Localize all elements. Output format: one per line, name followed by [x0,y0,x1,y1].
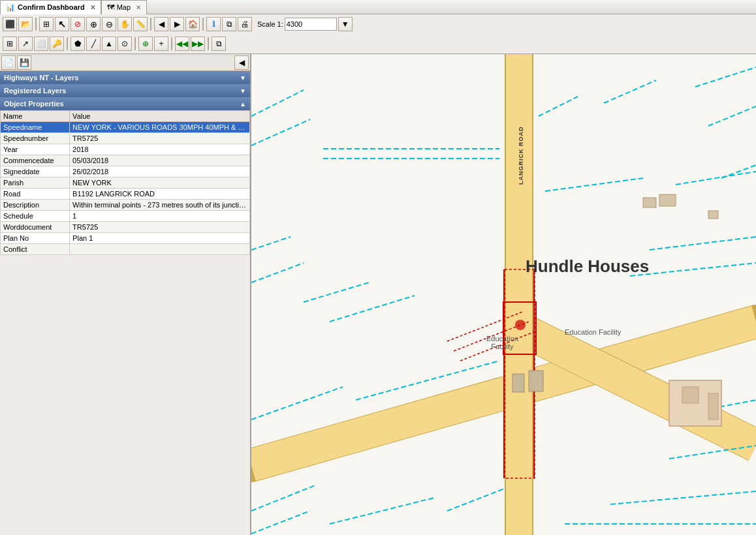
prop-name: Road [1,189,70,200]
map-tab-label: Map [117,3,131,11]
prop-value: B1192 LANGRICK ROAD [70,189,250,200]
prop-value: 2018 [70,144,250,155]
col-header-value: Value [70,111,250,122]
identify-btn[interactable]: 🔑 [50,37,64,51]
object-properties-header[interactable]: Object Properties ▲ [0,97,250,110]
map-svg: LANGRICK ROAD [251,54,756,535]
prop-name: Conflict [1,244,70,255]
registered-layers-collapse[interactable]: ▼ [240,87,246,95]
sep-6 [171,37,172,50]
table-row[interactable]: SpeednameNEW YORK - VARIOUS ROADS 30MPH … [1,122,250,133]
toolbar-container: ⬛ 📂 ⊞ ↖ ⊘ ⊕ ⊖ ✋ 📏 ◀ ▶ 🏠 ℹ ⧉ 🖨 Scale 1: ▼… [0,14,756,54]
table-row[interactable]: ParishNEW YORK [1,177,250,189]
pan-btn[interactable]: ✋ [118,17,132,31]
zoom-in-btn[interactable]: ⊕ [86,17,101,31]
prop-value: TR5725 [70,222,250,233]
scale-label: Scale 1: [257,20,283,28]
main-layout: 📄 💾 ◀ Highways NT - Layers ▼ Registered … [0,54,756,535]
prop-value [70,244,250,255]
prop-name: Schedule [1,211,70,222]
svg-rect-20 [503,269,505,478]
confirm-dashboard-label: Confirm Dashboard [18,3,85,11]
map-close[interactable]: ✕ [136,4,141,11]
col-header-name: Name [1,111,70,122]
prop-value: TR5725 [70,133,250,144]
prop-name: Commencedate [1,155,70,166]
table-row[interactable]: Schedule1 [1,211,250,222]
table-row[interactable]: RoadB1192 LANGRICK ROAD [1,189,250,200]
sep-1 [35,18,37,31]
tb-open-btn[interactable]: 📂 [18,17,33,31]
toolbar-row-2: ⊞ ↗ ⬜ 🔑 ⬟ ╱ ▲ ⊙ ⊕ + ◀◀ ▶▶ ⧉ [0,34,756,54]
layer-select-btn[interactable]: ⊞ [3,37,17,51]
prop-name: Plan No [1,233,70,244]
scale-dropdown-btn[interactable]: ▼ [338,17,353,31]
table-row[interactable]: DescriptionWithin terminal points - 273 … [1,200,250,211]
stop-btn[interactable]: ⊘ [71,17,85,31]
confirm-dashboard-close[interactable]: ✕ [90,4,95,11]
zoom-in2-btn[interactable]: + [154,37,168,51]
table-header-row: Name Value [1,111,250,122]
panel-shrink-btn[interactable]: ◀ [234,55,249,70]
prop-name: Parish [1,177,70,189]
table-row[interactable]: Plan NoPlan 1 [1,233,250,244]
registered-layers-header[interactable]: Registered Layers ▼ [0,84,250,97]
next-extent-btn[interactable]: ▶▶ [191,37,205,51]
left-panel: 📄 💾 ◀ Highways NT - Layers ▼ Registered … [0,54,251,535]
table-row[interactable]: SpeednumberTR5725 [1,133,250,144]
table-row[interactable]: Year2018 [1,144,250,155]
map-area[interactable]: LANGRICK ROAD Hundle Houses EducationFac… [251,54,756,535]
object-properties-collapse[interactable]: ▲ [240,100,246,108]
sep-2 [150,18,151,31]
properties-table-scroll[interactable]: Name Value SpeednameNEW YORK - VARIOUS R… [0,110,250,535]
copy-btn2[interactable]: ⧉ [212,37,226,51]
info-btn[interactable]: ℹ [206,17,221,31]
back-btn[interactable]: ◀ [154,17,168,31]
left-new-btn[interactable]: 📄 [1,55,16,70]
map-grid-btn[interactable]: ⊞ [39,17,54,31]
zoom-full-btn[interactable]: ⊕ [138,37,153,51]
zoom-area-btn[interactable]: ⬜ [34,37,48,51]
zoom-out-btn[interactable]: ⊖ [102,17,116,31]
tab-confirm-dashboard[interactable]: 📊 Confirm Dashboard ✕ [0,0,101,14]
draw-polygon-btn[interactable]: ⬟ [71,37,85,51]
svg-rect-48 [659,194,676,206]
select2-btn[interactable]: ↗ [18,37,33,51]
toolbar-row-1: ⬛ 📂 ⊞ ↖ ⊘ ⊕ ⊖ ✋ 📏 ◀ ▶ 🏠 ℹ ⧉ 🖨 Scale 1: ▼ [0,14,756,34]
tab-map[interactable]: 🗺 Map ✕ [101,0,147,14]
draw-point-btn[interactable]: ▲ [102,37,116,51]
highways-layers-title: Highways NT - Layers [4,74,78,82]
prop-value: 05/03/2018 [70,155,250,166]
highways-layers-collapse[interactable]: ▼ [240,74,246,82]
left-save-btn[interactable]: 💾 [17,55,31,70]
prop-value: NEW YORK [70,177,250,189]
measure-btn[interactable]: 📏 [133,17,148,31]
prop-value: 1 [70,211,250,222]
table-row[interactable]: Commencedate05/03/2018 [1,155,250,166]
prop-name: Speedname [1,122,70,133]
panel-toggle-btn[interactable]: ⬛ [3,17,17,31]
svg-rect-51 [682,387,699,403]
home-extent-btn[interactable]: 🏠 [185,17,200,31]
table-row[interactable]: Signeddate26/02/2018 [1,166,250,177]
svg-rect-47 [643,198,656,207]
sep-4 [67,37,68,50]
draw-line-btn[interactable]: ╱ [86,37,101,51]
scale-input[interactable] [285,18,337,31]
sep-5 [134,37,136,50]
copy-map-btn[interactable]: ⧉ [222,17,236,31]
svg-rect-52 [708,393,718,420]
svg-rect-49 [708,211,718,219]
select-tool-btn[interactable]: ↖ [55,17,69,31]
table-row[interactable]: WorddocumentTR5725 [1,222,250,233]
forward-btn[interactable]: ▶ [170,17,184,31]
table-row[interactable]: Conflict [1,244,250,255]
print-btn[interactable]: 🖨 [238,17,252,31]
prev-extent-btn[interactable]: ◀◀ [175,37,189,51]
registered-layers-title: Registered Layers [4,87,66,95]
svg-text:LANGRICK ROAD: LANGRICK ROAD [518,127,524,185]
highways-layers-header[interactable]: Highways NT - Layers ▼ [0,71,250,84]
svg-rect-45 [512,374,524,392]
svg-rect-46 [529,371,543,391]
circle-btn[interactable]: ⊙ [118,37,132,51]
